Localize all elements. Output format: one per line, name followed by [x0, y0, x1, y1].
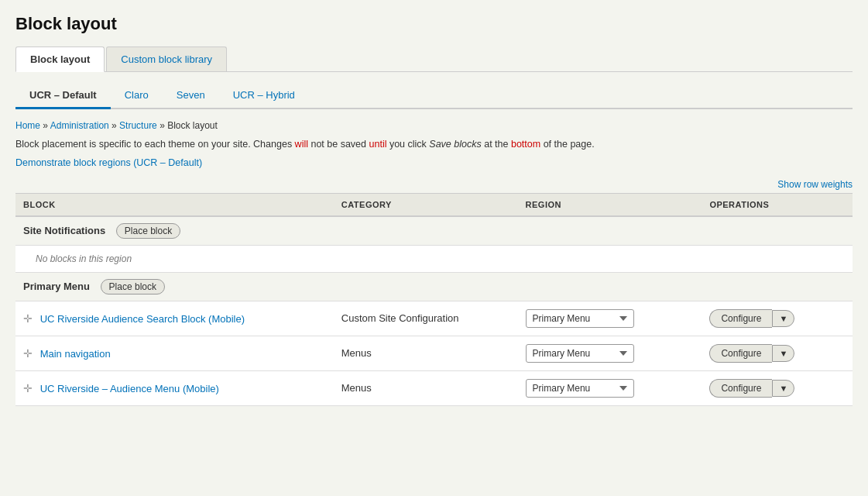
col-header-category: CATEGORY	[334, 194, 518, 216]
col-header-operations: OPERATIONS	[702, 194, 853, 216]
empty-region-site-notifications: No blocks in this region	[15, 245, 853, 272]
show-row-weights-link[interactable]: Show row weights	[777, 179, 853, 190]
tab-custom-block-library[interactable]: Custom block library	[106, 46, 227, 71]
region-select[interactable]: Primary Menu Site Notifications	[526, 344, 634, 363]
breadcrumb-current: Block layout	[167, 120, 218, 131]
block-name-link[interactable]: Main navigation	[40, 348, 111, 360]
col-header-region: REGION	[518, 194, 702, 216]
block-category: Custom Site Configuration	[341, 312, 459, 324]
operations-cell: Configure ▼	[709, 309, 845, 328]
empty-region-text-site-notifications: No blocks in this region	[15, 245, 853, 272]
breadcrumb-structure[interactable]: Structure	[119, 120, 157, 131]
configure-dropdown-button[interactable]: ▼	[772, 345, 794, 362]
breadcrumb: Home » Administration » Structure » Bloc…	[15, 120, 853, 131]
drag-handle-icon[interactable]: ✛	[23, 382, 33, 394]
region-select[interactable]: Primary Menu Site Notifications	[526, 309, 634, 328]
breadcrumb-administration[interactable]: Administration	[50, 120, 109, 131]
block-table: BLOCK CATEGORY REGION OPERATIONS Site No…	[15, 194, 853, 406]
main-tab-bar: Block layout Custom block library	[15, 46, 853, 72]
page-title: Block layout	[15, 14, 853, 34]
block-category: Menus	[341, 382, 372, 394]
table-row: ✛ UC Riverside – Audience Menu (Mobile) …	[15, 370, 853, 405]
table-row: ✛ Main navigation Menus Primary Menu Sit…	[15, 336, 853, 370]
drag-handle-icon[interactable]: ✛	[23, 347, 33, 360]
configure-button[interactable]: Configure	[709, 309, 772, 328]
section-header-primary-menu: Primary Menu Place block	[15, 272, 853, 301]
demonstrate-link[interactable]: Demonstrate block regions (UCR – Default…	[15, 157, 202, 168]
block-name-link[interactable]: UC Riverside Audience Search Block (Mobi…	[40, 313, 245, 325]
operations-cell: Configure ▼	[709, 379, 845, 398]
page-wrapper: Block layout Block layout Custom block l…	[0, 0, 868, 496]
table-row: ✛ UC Riverside Audience Search Block (Mo…	[15, 301, 853, 336]
theme-tab-claro[interactable]: Claro	[111, 84, 163, 109]
place-block-primary-menu-button[interactable]: Place block	[101, 279, 165, 294]
section-title-primary-menu: Primary Menu	[23, 281, 90, 292]
theme-tab-ucr-hybrid[interactable]: UCR – Hybrid	[219, 84, 309, 109]
row-weights-bar: Show row weights	[15, 176, 853, 194]
block-name-link[interactable]: UC Riverside – Audience Menu (Mobile)	[40, 383, 219, 394]
configure-button[interactable]: Configure	[709, 379, 772, 398]
operations-cell: Configure ▼	[709, 344, 845, 363]
block-category: Menus	[341, 347, 372, 359]
region-select[interactable]: Primary Menu Site Notifications	[526, 379, 634, 398]
place-block-site-notifications-button[interactable]: Place block	[116, 223, 180, 239]
configure-dropdown-button[interactable]: ▼	[772, 380, 794, 397]
breadcrumb-home[interactable]: Home	[15, 120, 40, 131]
configure-button[interactable]: Configure	[709, 344, 772, 363]
configure-dropdown-button[interactable]: ▼	[772, 310, 794, 327]
col-header-block: BLOCK	[15, 194, 334, 216]
theme-tab-bar: UCR – Default Claro Seven UCR – Hybrid	[15, 84, 853, 109]
drag-handle-icon[interactable]: ✛	[23, 312, 33, 325]
table-header-row: BLOCK CATEGORY REGION OPERATIONS	[15, 194, 853, 216]
tab-block-layout[interactable]: Block layout	[15, 46, 105, 72]
section-header-site-notifications: Site Notifications Place block	[15, 216, 853, 246]
theme-tab-ucr-default[interactable]: UCR – Default	[15, 84, 111, 109]
theme-tab-seven[interactable]: Seven	[163, 84, 219, 109]
section-title-site-notifications: Site Notifications	[23, 225, 105, 236]
info-text: Block placement is specific to each them…	[15, 137, 853, 152]
